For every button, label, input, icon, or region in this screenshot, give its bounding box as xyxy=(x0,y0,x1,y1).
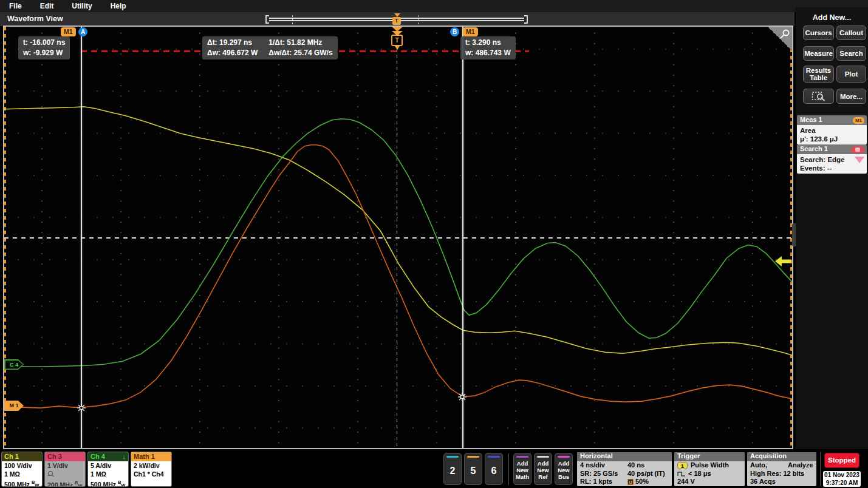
run-stop-button[interactable]: Stopped xyxy=(824,453,859,468)
bottom-bar: Ch 1 100 V/div 1 MΩ 500 MHz BW Ch 3 1 V/… xyxy=(0,450,868,488)
trigger-condition: < 18 μs xyxy=(688,470,711,478)
acquisition-panel[interactable]: Acquisition Auto,Analyze High Res: 12 bi… xyxy=(747,452,816,486)
add-new-header: Add New... xyxy=(796,13,868,22)
divider xyxy=(508,453,509,485)
plot-button[interactable]: Plot xyxy=(836,66,866,83)
ch4-badge[interactable]: Ch 4 ↓ 5 A/div 1 MΩ 500 MHz BW xyxy=(87,452,129,487)
cursors-button[interactable]: Cursors xyxy=(803,25,834,40)
record-length: RL: 1 kpts xyxy=(580,478,627,486)
search1-card[interactable]: Search 1 Search: Edge Events: -- xyxy=(797,144,867,174)
search-button[interactable]: Search xyxy=(836,46,866,61)
cursor-b-badge[interactable]: B xyxy=(450,27,459,36)
zoom-corner-control[interactable] xyxy=(768,27,792,51)
search-mark-icon xyxy=(855,157,864,163)
horizontal-window: 40 ns xyxy=(627,461,644,470)
cursor-b-line[interactable] xyxy=(462,27,463,448)
minimap-cursor-a-tick xyxy=(292,15,293,24)
ch4-zero-label: C 4 xyxy=(5,361,23,369)
cursor-b-source-badge[interactable]: M1 xyxy=(463,27,478,36)
add-new-ref-button[interactable]: AddNewRef xyxy=(534,453,552,485)
trigger-position-marker[interactable]: T xyxy=(391,27,404,50)
callout-button[interactable]: Callout xyxy=(836,25,866,40)
results-table-button[interactable]: Results Table xyxy=(803,66,834,83)
ch5-button[interactable]: 5 xyxy=(464,453,482,485)
waveform-view-tab[interactable]: Waveform View xyxy=(7,15,63,23)
ch1-badge[interactable]: Ch 1 100 V/div 1 MΩ 500 MHz BW xyxy=(1,452,43,487)
ch1-bandwidth: 500 MHz BW xyxy=(4,478,39,487)
right-panel: Add New... Cursors Callout Measure Searc… xyxy=(796,7,868,449)
math1-label: Math 1 xyxy=(131,452,171,461)
math1-scale: 2 kW/div xyxy=(134,462,169,470)
cursor-a-line[interactable] xyxy=(81,27,82,448)
acquisition-analyze: Analyze xyxy=(788,461,813,470)
ch1-trace[interactable] xyxy=(4,107,792,355)
date-label: 01 Nov 2023 xyxy=(823,472,861,480)
delta-w: Δw: 496.672 W xyxy=(207,48,258,58)
search1-count-badge xyxy=(851,146,864,153)
ch4-impedance: 1 MΩ xyxy=(91,470,126,479)
trigger-source-badge: 1 xyxy=(677,462,688,469)
cursor-b-time: t: 3.290 ns xyxy=(465,38,511,48)
tab-bar: Waveform View T xyxy=(0,12,795,26)
minimap-trigger-flag[interactable]: T xyxy=(392,15,402,25)
cursor-b-value: w: 486.743 W xyxy=(465,48,511,58)
sample-resolution: 40 ps/pt (IT) xyxy=(627,470,665,478)
cursor-a-source-badge[interactable]: M1 xyxy=(61,27,76,36)
menu-bar: File Edit Utility Help xyxy=(0,0,868,12)
cursor-a-waveform-marker xyxy=(77,404,86,412)
cursor-a-time: t: -16.007 ns xyxy=(23,38,65,48)
cursor-delta-readout: Δt: 19.297 ns 1/Δt: 51.82 MHz Δw: 496.67… xyxy=(202,36,338,59)
inverse-delta-t: 1/Δt: 51.82 MHz xyxy=(268,38,332,48)
horizontal-title: Horizontal xyxy=(577,452,672,461)
menu-item-edit[interactable]: Edit xyxy=(40,2,54,10)
meas1-card[interactable]: Meas 1 M1 Area μ': 123.6 μJ xyxy=(797,115,867,144)
more-button[interactable]: More... xyxy=(836,89,866,104)
waveform-plot[interactable]: T M1 A B M1 t: -16.007 ns w: -9.929 W Δt… xyxy=(3,25,793,449)
ch6-button[interactable]: 6 xyxy=(485,453,503,485)
meas1-value: μ': 123.6 μJ xyxy=(800,135,864,143)
ch4-offset-arrow-icon: ↓ xyxy=(123,453,126,461)
ch1-label: Ch 1 xyxy=(2,452,42,461)
ch3-scale: 1 V/div xyxy=(47,462,83,470)
ch4-bandwidth: 500 MHz BW xyxy=(91,478,126,487)
delta-w-over-t: Δw/Δt: 25.74 GW/s xyxy=(268,48,332,58)
ch4-trace[interactable] xyxy=(4,119,792,367)
minimap-cursor-b-tick xyxy=(418,15,419,24)
trigger-panel[interactable]: Trigger 1Pulse Width < 18 μs 244 V xyxy=(674,452,745,486)
trigger-type: Pulse Width xyxy=(691,461,729,470)
menu-item-help[interactable]: Help xyxy=(111,2,126,10)
ch3-label: Ch 3 xyxy=(45,452,85,461)
ch1-scale: 100 V/div xyxy=(4,462,39,470)
datetime-display: 01 Nov 2023 9:37:20 AM xyxy=(823,471,861,487)
add-new-bus-button[interactable]: AddNewBus xyxy=(555,453,573,485)
search1-events: Events: -- xyxy=(800,164,864,172)
horizontal-panel[interactable]: Horizontal 4 ns/div40 ns SR: 25 GS/s40 p… xyxy=(577,452,672,486)
horizontal-scale: 4 ns/div xyxy=(580,461,627,470)
zoom-select-button[interactable] xyxy=(803,89,834,104)
math1-trace[interactable] xyxy=(4,145,792,408)
menu-item-utility[interactable]: Utility xyxy=(72,2,92,10)
divider xyxy=(820,452,821,486)
horizontal-position: 50% xyxy=(635,478,649,486)
meas1-source-badge: M1 xyxy=(853,117,864,124)
ch3-badge[interactable]: Ch 3 1 V/div 200 MHz BW xyxy=(44,452,86,487)
ch4-label: Ch 4 xyxy=(91,453,105,461)
menu-item-file[interactable]: File xyxy=(9,2,22,10)
measure-button[interactable]: Measure xyxy=(803,46,834,61)
search1-title: Search 1 xyxy=(800,145,828,152)
ch3-probe-icon xyxy=(47,470,83,480)
time-label: 9:37:20 AM xyxy=(823,480,861,487)
delta-t: Δt: 19.297 ns xyxy=(207,38,258,48)
acquisition-count: 36 Acqs xyxy=(747,478,816,486)
add-new-math-button[interactable]: AddNewMath xyxy=(513,453,531,485)
math1-badge[interactable]: Math 1 2 kW/div Ch1 * Ch4 xyxy=(131,452,172,487)
ch2-button[interactable]: 2 xyxy=(443,453,462,485)
trigger-t-badge: T xyxy=(391,35,403,46)
acquisition-detail: High Res: 12 bits xyxy=(747,470,816,478)
trigger-position-line xyxy=(397,49,397,448)
cursor-a-badge[interactable]: A xyxy=(78,27,87,36)
acquisition-overview-minimap[interactable]: T xyxy=(265,14,528,26)
cursor-a-value: w: -9.929 W xyxy=(23,48,65,58)
trigger-title: Trigger xyxy=(674,452,745,461)
ch1-impedance: 1 MΩ xyxy=(4,470,39,479)
